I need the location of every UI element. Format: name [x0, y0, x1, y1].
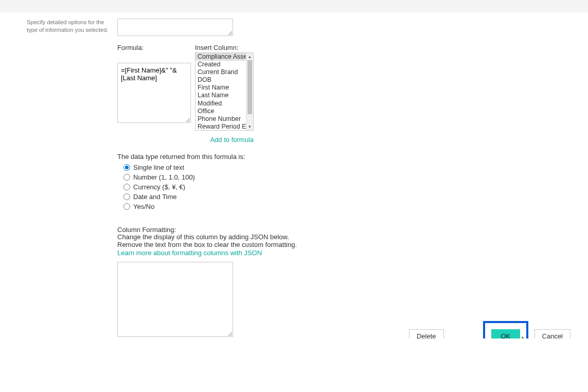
column-formatting-desc1: Change the display of this column by add…	[117, 234, 385, 241]
insert-column-item[interactable]: Reward Period End	[195, 123, 253, 130]
insert-column-item[interactable]: Last Name	[195, 92, 253, 99]
datatype-radio-option[interactable]: Yes/No	[117, 202, 385, 211]
scroll-thumb[interactable]	[247, 60, 252, 114]
insert-column-item[interactable]: Office	[195, 108, 253, 115]
radio-icon	[123, 164, 130, 171]
insert-column-item[interactable]: Modified	[195, 100, 253, 108]
radio-icon	[123, 203, 130, 210]
datatype-radio-option[interactable]: Date and Time	[117, 192, 385, 202]
ribbon-band	[0, 0, 588, 12]
json-learn-more-link[interactable]: Learn more about formatting columns with…	[117, 249, 385, 257]
add-to-formula-link[interactable]: Add to formula	[117, 136, 254, 144]
datatype-radio-option[interactable]: Number (1, 1.0, 100)	[117, 172, 385, 182]
column-formatting-label: Column Formatting:	[117, 226, 385, 234]
radio-label: Number (1, 1.0, 100)	[133, 173, 195, 181]
formula-label: Formula:	[117, 44, 191, 51]
insert-column-item[interactable]: Current Brand	[195, 68, 253, 76]
radio-icon	[123, 184, 130, 190]
datatype-radio-option[interactable]: Currency ($, ¥, €)	[117, 182, 385, 192]
radio-icon	[123, 174, 130, 181]
description-input[interactable]	[117, 19, 233, 36]
delete-button[interactable]: Delete	[409, 329, 444, 338]
ok-button[interactable]: OK	[491, 329, 520, 338]
column-formatting-desc2: Remove the text from the box to clear th…	[117, 241, 385, 249]
insert-column-listbox[interactable]: Compliance Asset IdCreatedCurrent BrandD…	[195, 52, 254, 131]
scroll-down-icon[interactable]: ▼	[246, 123, 253, 130]
datatype-radio-option[interactable]: Single line of text	[117, 163, 385, 172]
column-formatting-input[interactable]	[117, 262, 233, 337]
radio-label: Yes/No	[133, 203, 154, 210]
radio-label: Currency ($, ¥, €)	[133, 183, 185, 191]
scrollbar[interactable]: ▲ ▼	[246, 53, 253, 130]
insert-column-item[interactable]: Phone Number	[195, 115, 253, 123]
radio-label: Date and Time	[133, 193, 177, 201]
radio-label: Single line of text	[133, 164, 184, 171]
insert-column-item[interactable]: DOB	[195, 76, 253, 84]
datatype-label: The data type returned from this formula…	[117, 153, 385, 161]
insert-column-item[interactable]: Created	[195, 61, 253, 68]
datatype-radio-group: Single line of textNumber (1, 1.0, 100)C…	[117, 163, 385, 211]
radio-icon	[123, 193, 130, 200]
ok-highlight-box: OK	[483, 321, 528, 338]
insert-column-item[interactable]: Compliance Asset Id	[195, 53, 253, 61]
formula-input[interactable]	[117, 63, 191, 123]
insert-column-label: Insert Column:	[195, 44, 254, 51]
cancel-button[interactable]: Cancel	[534, 329, 571, 338]
section-help-text: Specify detailed options for the type of…	[27, 19, 109, 34]
insert-column-item[interactable]: First Name	[195, 84, 253, 92]
scroll-up-icon[interactable]: ▲	[246, 53, 253, 60]
